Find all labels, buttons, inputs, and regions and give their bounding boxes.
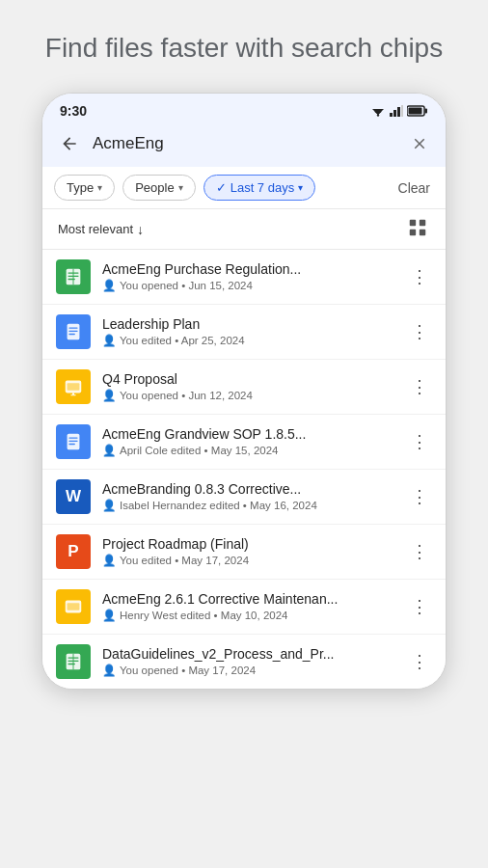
chips-bar: Type ▾ People ▾ ✓ Last 7 days ▾ Clear: [42, 167, 446, 208]
file-meta: 👤 You edited • May 17, 2024: [102, 554, 395, 567]
file-meta: 👤 You opened • Jun 12, 2024: [102, 389, 395, 402]
file-name: AcmeEng Purchase Regulation...: [102, 261, 395, 277]
file-name: AcmeEng 2.6.1 Corrective Maintenan...: [102, 591, 395, 607]
meta-person-icon: 👤: [102, 389, 116, 402]
svg-rect-13: [420, 230, 425, 235]
file-meta: 👤 You opened • Jun 15, 2024: [102, 279, 395, 292]
file-name: Q4 Proposal: [102, 371, 395, 387]
chip-people[interactable]: People ▾: [122, 175, 195, 201]
svg-rect-8: [425, 109, 428, 114]
more-options-button[interactable]: ⋮: [407, 594, 432, 619]
svg-rect-32: [68, 604, 80, 610]
status-icons: [370, 105, 428, 117]
file-icon-sheets: [56, 259, 91, 294]
chip-type-arrow: ▾: [97, 182, 102, 193]
meta-person-icon: 👤: [102, 499, 116, 512]
chip-type[interactable]: Type ▾: [54, 175, 115, 201]
list-item: W AcmeBranding 0.8.3 Corrective... 👤 Isa…: [42, 470, 446, 525]
chip-last7days-label: Last 7 days: [230, 180, 295, 195]
svg-rect-3: [390, 113, 393, 117]
status-bar: 9:30: [42, 94, 446, 122]
headline: Find files faster with search chips: [7, 0, 481, 93]
file-list: AcmeEng Purchase Regulation... 👤 You ope…: [42, 250, 446, 689]
file-icon-letter: W: [66, 487, 81, 506]
list-item: AcmeEng Grandview SOP 1.8.5... 👤 April C…: [42, 415, 446, 470]
file-icon-docs: [56, 424, 91, 459]
file-meta: 👤 April Cole edited • May 15, 2024: [102, 444, 395, 457]
file-meta-text: April Cole edited • May 15, 2024: [120, 445, 278, 456]
svg-rect-30: [68, 444, 74, 445]
svg-rect-4: [393, 110, 396, 117]
more-options-button[interactable]: ⋮: [407, 319, 432, 344]
file-meta-text: You edited • Apr 25, 2024: [120, 335, 245, 346]
file-info: AcmeEng Purchase Regulation... 👤 You ope…: [102, 261, 395, 292]
file-icon-slides2: [56, 589, 91, 624]
file-meta-text: You opened • Jun 15, 2024: [120, 280, 253, 291]
battery-icon: [407, 105, 428, 117]
svg-rect-20: [68, 328, 77, 329]
file-info: Project Roadmap (Final) 👤 You edited • M…: [102, 536, 395, 567]
sort-selector[interactable]: Most relevant ↓: [58, 222, 144, 237]
svg-rect-11: [420, 220, 425, 226]
svg-point-2: [377, 115, 379, 117]
search-bar: AcmeEng: [42, 122, 446, 167]
meta-person-icon: 👤: [102, 609, 116, 622]
meta-person-icon: 👤: [102, 279, 116, 292]
file-name: AcmeBranding 0.8.3 Corrective...: [102, 481, 395, 497]
svg-rect-28: [68, 438, 77, 439]
file-info: AcmeBranding 0.8.3 Corrective... 👤 Isabe…: [102, 481, 395, 512]
file-meta-text: Henry West edited • May 10, 2024: [120, 610, 288, 621]
file-meta-text: You opened • May 17, 2024: [120, 665, 256, 676]
svg-rect-9: [409, 108, 422, 115]
more-options-button[interactable]: ⋮: [407, 374, 432, 399]
file-name: AcmeEng Grandview SOP 1.8.5...: [102, 426, 395, 442]
file-icon-docs: [56, 314, 91, 349]
file-name: Leadership Plan: [102, 316, 395, 332]
file-meta: 👤 Isabel Hernandez edited • May 16, 2024: [102, 499, 395, 512]
meta-person-icon: 👤: [102, 664, 116, 677]
clear-chips-button[interactable]: Clear: [394, 176, 434, 200]
more-options-button[interactable]: ⋮: [407, 264, 432, 289]
sort-label: Most relevant: [58, 222, 133, 236]
file-info: Leadership Plan 👤 You edited • Apr 25, 2…: [102, 316, 395, 347]
file-icon-sheets2: [56, 644, 91, 679]
file-icon-powerpoint: P: [56, 534, 91, 569]
chip-check-icon: ✓: [216, 180, 227, 195]
file-info: AcmeEng 2.6.1 Corrective Maintenan... 👤 …: [102, 591, 395, 622]
file-meta-text: You edited • May 17, 2024: [120, 555, 249, 566]
file-icon-letter: P: [68, 542, 78, 561]
more-options-button[interactable]: ⋮: [407, 649, 432, 674]
svg-rect-29: [68, 441, 77, 442]
more-options-button[interactable]: ⋮: [407, 484, 432, 509]
svg-rect-5: [397, 107, 400, 117]
chip-last7days[interactable]: ✓ Last 7 days ▾: [203, 175, 316, 201]
status-time: 9:30: [60, 103, 87, 119]
svg-rect-6: [401, 105, 403, 117]
meta-person-icon: 👤: [102, 554, 116, 567]
file-meta-text: Isabel Hernandez edited • May 16, 2024: [120, 500, 317, 511]
chip-last7days-arrow: ▾: [298, 182, 303, 193]
file-name: Project Roadmap (Final): [102, 536, 395, 552]
file-meta: 👤 You edited • Apr 25, 2024: [102, 334, 395, 347]
meta-person-icon: 👤: [102, 444, 116, 457]
more-options-button[interactable]: ⋮: [407, 429, 432, 454]
svg-rect-24: [68, 384, 80, 391]
list-item: P Project Roadmap (Final) 👤 You edited •…: [42, 525, 446, 580]
back-button[interactable]: [56, 130, 83, 157]
signal-icon: [390, 105, 403, 117]
svg-rect-17: [68, 279, 75, 280]
clear-search-button[interactable]: [407, 131, 432, 156]
more-options-button[interactable]: ⋮: [407, 539, 432, 564]
file-info: DataGuidelines_v2_Process_and_Pr... 👤 Yo…: [102, 646, 395, 677]
phone-frame: 9:30: [41, 93, 447, 690]
list-item: AcmeEng Purchase Regulation... 👤 You ope…: [42, 250, 446, 305]
svg-rect-10: [410, 220, 416, 226]
file-meta: 👤 Henry West edited • May 10, 2024: [102, 609, 395, 622]
sort-arrow-icon: ↓: [137, 222, 144, 237]
grid-icon: [407, 217, 428, 238]
svg-rect-25: [72, 393, 74, 395]
chip-people-arrow: ▾: [178, 182, 183, 193]
grid-view-button[interactable]: [405, 215, 430, 243]
file-meta: 👤 You opened • May 17, 2024: [102, 664, 395, 677]
results-header: Most relevant ↓: [42, 209, 446, 249]
